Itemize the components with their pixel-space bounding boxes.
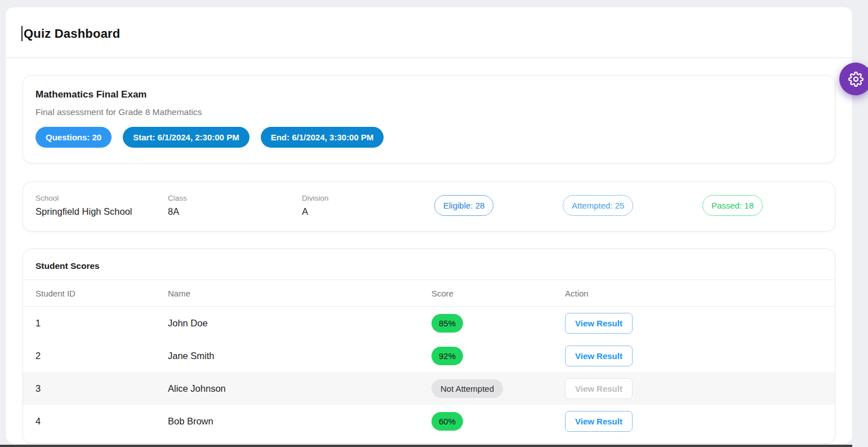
score-badge: 92% xyxy=(431,347,463,365)
score-badge: 85% xyxy=(431,314,463,333)
main-panel: Quiz Dashboard Mathematics Final Exam Fi… xyxy=(6,7,852,444)
stats-row: Eligible: 28 Attempted: 25 Passed: 18 xyxy=(392,195,822,216)
table-row: 1 John Doe 85% View Result xyxy=(23,307,835,339)
gear-icon xyxy=(848,72,863,87)
exam-subtitle: Final assessment for Grade 8 Mathematics xyxy=(35,107,822,117)
eligible-badge: Eligible: 28 xyxy=(434,195,493,216)
student-id-cell: 2 xyxy=(35,351,168,361)
score-cell: Not Attempted xyxy=(431,379,565,398)
student-name-cell: Bob Brown xyxy=(168,416,431,427)
table-row: 2 Jane Smith 92% View Result xyxy=(23,339,835,372)
column-header-action: Action xyxy=(565,289,835,298)
school-field: School Springfield High School xyxy=(35,194,168,217)
score-cell: 60% xyxy=(431,412,565,431)
attempted-badge: Attempted: 25 xyxy=(563,195,633,216)
scores-heading: Student Scores xyxy=(35,261,822,271)
score-cell: 85% xyxy=(431,314,565,333)
view-result-button[interactable]: View Result xyxy=(565,313,633,334)
exam-card: Mathematics Final Exam Final assessment … xyxy=(23,75,835,163)
class-value: 8A xyxy=(168,206,302,217)
column-header-score: Score xyxy=(431,289,565,298)
action-cell: View Result xyxy=(565,378,835,399)
table-header-row: Student ID Name Score Action xyxy=(23,280,835,307)
student-scores-card: Student Scores Student ID Name Score Act… xyxy=(23,249,835,444)
content-area: Mathematics Final Exam Final assessment … xyxy=(6,58,852,444)
table-row: 4 Bob Brown 60% View Result xyxy=(23,405,835,437)
school-value: Springfield High School xyxy=(35,206,168,217)
view-result-button[interactable]: View Result xyxy=(565,411,633,432)
division-label: Division xyxy=(302,194,392,202)
passed-badge: Passed: 18 xyxy=(702,195,763,216)
page-title: Quiz Dashboard xyxy=(24,26,121,41)
action-cell: View Result xyxy=(565,346,835,366)
horizontal-scrollbar[interactable] xyxy=(0,445,852,447)
exam-pill-row: Questions: 20 Start: 6/1/2024, 2:30:00 P… xyxy=(35,127,822,148)
score-badge: 60% xyxy=(431,412,463,431)
division-field: Division A xyxy=(302,194,392,217)
page-header: Quiz Dashboard xyxy=(6,7,852,58)
school-label: School xyxy=(35,194,168,202)
end-time-pill: End: 6/1/2024, 3:30:00 PM xyxy=(261,127,384,148)
student-name-cell: Alice Johnson xyxy=(168,383,431,394)
student-id-cell: 3 xyxy=(35,383,168,394)
table-body: 1 John Doe 85% View Result 2 Jane Smith … xyxy=(23,307,835,437)
action-cell: View Result xyxy=(565,313,835,334)
action-cell: View Result xyxy=(565,411,835,432)
column-header-name: Name xyxy=(168,289,431,298)
division-value: A xyxy=(302,206,392,217)
questions-count-pill: Questions: 20 xyxy=(35,127,112,148)
class-info-card: School Springfield High School Class 8A … xyxy=(23,182,835,232)
exam-title: Mathematics Final Exam xyxy=(35,89,822,100)
student-id-cell: 4 xyxy=(35,416,168,427)
text-caret xyxy=(21,26,23,41)
student-id-cell: 1 xyxy=(35,318,168,329)
score-badge: Not Attempted xyxy=(431,379,503,398)
table-row: 3 Alice Johnson Not Attempted View Resul… xyxy=(23,372,835,405)
class-label: Class xyxy=(168,194,302,202)
score-cell: 92% xyxy=(431,347,565,365)
class-field: Class 8A xyxy=(168,194,302,217)
start-time-pill: Start: 6/1/2024, 2:30:00 PM xyxy=(123,127,249,148)
student-name-cell: John Doe xyxy=(168,318,431,329)
column-header-student-id: Student ID xyxy=(35,289,168,298)
view-result-button[interactable]: View Result xyxy=(565,378,633,399)
settings-fab-button[interactable] xyxy=(839,63,868,95)
student-name-cell: Jane Smith xyxy=(168,351,431,361)
view-result-button[interactable]: View Result xyxy=(565,346,633,366)
scores-heading-wrap: Student Scores xyxy=(23,249,835,280)
